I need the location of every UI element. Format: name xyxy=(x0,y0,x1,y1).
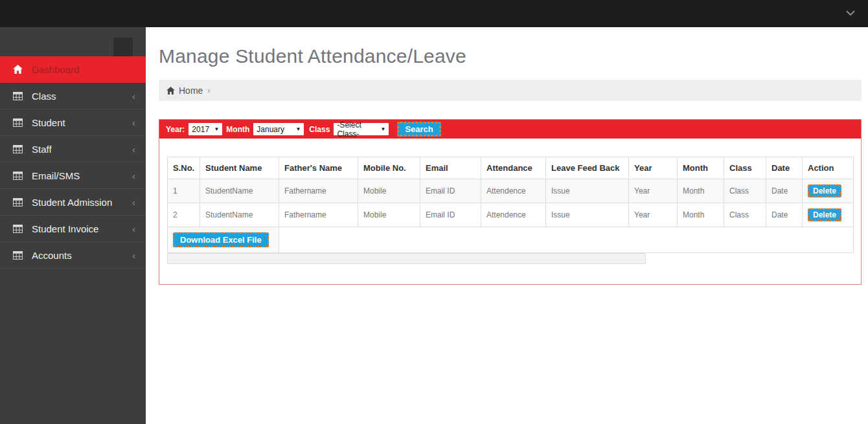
sidebar-item-label: Student Admission xyxy=(32,197,132,208)
table-icon xyxy=(13,91,23,100)
page-title: Manage Student Attendance/Leave xyxy=(159,45,862,67)
dropdown-arrow-icon: ▼ xyxy=(380,126,385,132)
chevron-left-icon: ‹ xyxy=(132,91,135,101)
sidebar-item-label: Class xyxy=(32,91,132,102)
sidebar-item-label: Dashboard xyxy=(32,64,135,75)
cell-leave-feedback: Issue xyxy=(546,179,629,203)
chevron-right-icon: › xyxy=(207,85,210,95)
sidebar-item-staff[interactable]: Staff ‹ xyxy=(0,136,146,162)
class-select[interactable]: -Select Class- ▼ xyxy=(334,123,389,135)
dropdown-arrow-icon: ▼ xyxy=(295,126,301,132)
breadcrumb-home-link[interactable]: Home xyxy=(166,85,203,96)
cell-year: Year xyxy=(629,179,678,203)
cell-student-name: StudentName xyxy=(200,179,279,203)
chevron-left-icon: ‹ xyxy=(132,118,135,128)
year-select-value: 2017 xyxy=(192,125,209,134)
column-header-fathers-name: Father's Name xyxy=(279,157,358,179)
sidebar-item-label: Student Invoice xyxy=(32,223,132,234)
cell-month: Month xyxy=(678,179,724,203)
column-header-action: Action xyxy=(803,157,854,179)
chevron-left-icon: ‹ xyxy=(132,171,135,181)
user-menu-chevron-down-icon[interactable] xyxy=(845,7,856,19)
cell-class: Class xyxy=(724,203,766,227)
chevron-left-icon: ‹ xyxy=(132,197,135,207)
cell-leave-feedback: Issue xyxy=(546,203,629,227)
column-header-sno: S.No. xyxy=(168,157,200,179)
search-button[interactable]: Search xyxy=(397,122,440,137)
filter-bar: Year: 2017 ▼ Month January ▼ Class -Sele… xyxy=(159,120,861,139)
table-icon xyxy=(13,197,23,206)
sidebar-item-label: Email/SMS xyxy=(32,170,132,181)
main-content: Manage Student Attendance/Leave Home › Y… xyxy=(146,27,868,424)
column-header-year: Year xyxy=(629,157,678,179)
column-header-month: Month xyxy=(678,157,724,179)
month-label: Month xyxy=(226,125,249,134)
breadcrumb: Home › xyxy=(159,80,862,101)
column-header-mobile: Mobile No. xyxy=(358,157,420,179)
sidebar-menu: Dashboard Class ‹ Student ‹ Staff ‹ xyxy=(0,56,146,269)
cell-email: Email ID xyxy=(420,203,481,227)
column-header-email: Email xyxy=(420,157,481,179)
cell-sno: 2 xyxy=(168,203,200,227)
dropdown-arrow-icon: ▼ xyxy=(214,126,219,132)
attendance-panel: Year: 2017 ▼ Month January ▼ Class -Sele… xyxy=(159,119,862,285)
cell-date: Date xyxy=(766,179,803,203)
chevron-left-icon: ‹ xyxy=(132,224,135,234)
cell-attendance: Attendence xyxy=(481,179,546,203)
table-row: 1 StudentName Fathername Mobile Email ID… xyxy=(168,179,854,203)
sidebar-item-label: Student xyxy=(32,117,132,128)
table-header-row: S.No. Student Name Father's Name Mobile … xyxy=(168,157,854,179)
cell-fathers-name: Fathername xyxy=(279,179,358,203)
panel-body: S.No. Student Name Father's Name Mobile … xyxy=(159,139,861,284)
month-select[interactable]: January ▼ xyxy=(253,123,304,135)
table-icon xyxy=(13,144,23,153)
sidebar-item-label: Staff xyxy=(32,144,132,155)
empty-cell xyxy=(279,227,854,253)
home-icon xyxy=(166,87,175,95)
download-excel-button[interactable]: Download Excel File xyxy=(173,232,269,247)
breadcrumb-home-label: Home xyxy=(179,85,203,96)
sidebar-item-accounts[interactable]: Accounts ‹ xyxy=(0,242,146,269)
sidebar-item-email-sms[interactable]: Email/SMS ‹ xyxy=(0,162,146,189)
cell-email: Email ID xyxy=(420,179,481,203)
sidebar-collapsed-box xyxy=(113,38,133,56)
sidebar-item-dashboard[interactable]: Dashboard xyxy=(0,56,146,83)
table-icon xyxy=(13,251,23,260)
month-select-value: January xyxy=(257,125,284,134)
sidebar-item-student-admission[interactable]: Student Admission ‹ xyxy=(0,189,146,216)
sidebar-item-label: Accounts xyxy=(32,250,132,261)
column-header-student-name: Student Name xyxy=(200,157,279,179)
cell-student-name: StudentName xyxy=(200,203,279,227)
class-select-value: -Select Class- xyxy=(337,120,377,139)
cell-year: Year xyxy=(629,203,678,227)
horizontal-scrollbar[interactable] xyxy=(167,253,646,264)
cell-attendance: Attendence xyxy=(481,203,546,227)
chevron-left-icon: ‹ xyxy=(132,144,135,154)
home-icon xyxy=(13,65,23,74)
cell-mobile: Mobile xyxy=(358,179,420,203)
cell-fathers-name: Fathername xyxy=(279,203,358,227)
delete-button[interactable]: Delete xyxy=(808,208,841,221)
table-row: 2 StudentName Fathername Mobile Email ID… xyxy=(168,203,854,227)
sidebar-header xyxy=(0,27,146,56)
attendance-table: S.No. Student Name Father's Name Mobile … xyxy=(167,157,854,253)
column-header-leave-feedback: Leave Feed Back xyxy=(546,157,629,179)
column-header-date: Date xyxy=(766,157,803,179)
delete-button[interactable]: Delete xyxy=(808,184,841,197)
cell-month: Month xyxy=(678,203,724,227)
column-header-class: Class xyxy=(724,157,766,179)
table-icon xyxy=(13,224,23,233)
download-cell: Download Excel File xyxy=(168,227,279,253)
cell-action: Delete xyxy=(803,203,854,227)
cell-class: Class xyxy=(724,179,766,203)
year-label: Year: xyxy=(166,125,185,134)
sidebar-item-student[interactable]: Student ‹ xyxy=(0,109,146,136)
sidebar-item-student-invoice[interactable]: Student Invoice ‹ xyxy=(0,216,146,242)
class-label: Class xyxy=(309,125,330,134)
chevron-left-icon: ‹ xyxy=(132,251,135,260)
sidebar-item-class[interactable]: Class ‹ xyxy=(0,83,146,109)
table-icon xyxy=(13,171,23,180)
year-select[interactable]: 2017 ▼ xyxy=(188,123,222,135)
cell-mobile: Mobile xyxy=(358,203,420,227)
column-header-attendance: Attendance xyxy=(481,157,546,179)
